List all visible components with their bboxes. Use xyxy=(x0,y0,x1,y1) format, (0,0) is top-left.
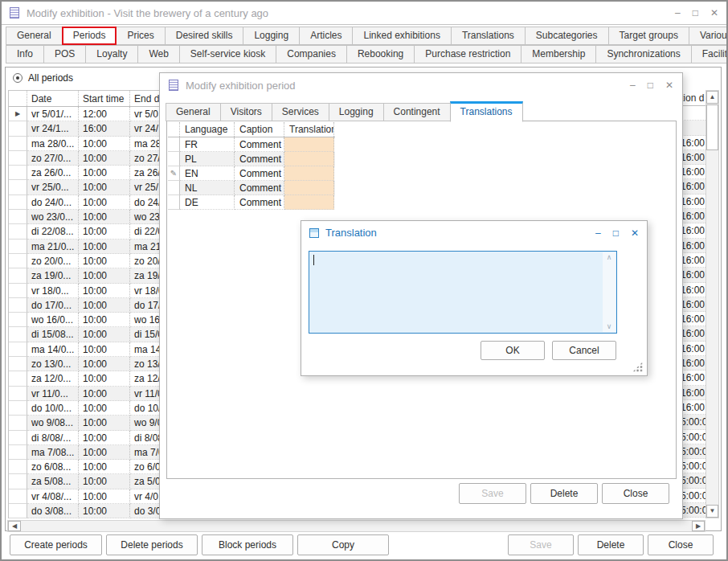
tab-item[interactable]: POS xyxy=(43,45,86,63)
cell-translation[interactable] xyxy=(284,152,334,166)
cell-translation[interactable] xyxy=(284,166,334,181)
grid-row[interactable]: NL Comment xyxy=(168,181,335,195)
all-periods-radio[interactable] xyxy=(13,73,22,83)
scrollbar-thumb[interactable] xyxy=(706,104,718,150)
table-row[interactable]: do 10/0... 10:00 do 10/ xyxy=(9,401,161,416)
maximize-button[interactable]: □ xyxy=(693,8,698,18)
column-header-date[interactable]: Date xyxy=(27,91,79,106)
tab-item[interactable]: Purchase restriction xyxy=(414,45,521,63)
tab-item[interactable]: Logging xyxy=(329,103,384,121)
textarea-scrollbar[interactable]: ∧ ∨ xyxy=(603,252,616,332)
table-row[interactable]: di 8/08/... 10:00 di 8/08 xyxy=(9,431,161,445)
table-row[interactable]: za 19/0... 10:00 za 19/ xyxy=(9,268,161,283)
tab-item[interactable]: Loyalty xyxy=(85,45,138,63)
tab-item[interactable]: Web xyxy=(137,45,179,63)
action-button[interactable]: Copy xyxy=(297,534,389,555)
grid-row[interactable]: PL Comment xyxy=(168,152,335,166)
tab-item[interactable]: General xyxy=(6,27,63,45)
minimize-button[interactable]: – xyxy=(675,8,681,18)
minimize-button[interactable]: – xyxy=(595,228,601,238)
tab-item[interactable]: Translations xyxy=(450,101,523,122)
horizontal-scrollbar[interactable]: ◀ ▶ xyxy=(7,520,706,532)
tab-item[interactable]: Logging xyxy=(243,27,300,45)
table-row[interactable]: wo 16/0... 10:00 wo 16 xyxy=(9,313,161,327)
tab-item[interactable]: Articles xyxy=(299,27,353,45)
vertical-scrollbar[interactable]: ▲ ▼ xyxy=(706,90,719,518)
table-row[interactable]: vr 24/1... 16:00 vr 24/ xyxy=(9,121,161,136)
column-header-end-date[interactable]: End date xyxy=(130,91,161,106)
table-row[interactable]: za 5/08... 10:00 za 5/0 xyxy=(9,474,161,489)
resize-grip-icon[interactable] xyxy=(632,362,643,372)
action-button[interactable]: Save xyxy=(508,534,574,555)
tab-item[interactable]: Synchronizations xyxy=(595,45,691,63)
tab-item[interactable]: Prices xyxy=(116,27,165,45)
maximize-button[interactable]: □ xyxy=(613,228,619,238)
table-row[interactable]: do 24/0... 10:00 do 24/ xyxy=(9,195,161,210)
scroll-up-button[interactable]: ∧ xyxy=(607,254,612,261)
table-row[interactable]: do 3/08... 10:00 do 3/0 xyxy=(9,504,161,518)
column-header-language[interactable]: Language xyxy=(180,122,235,137)
tab-item[interactable]: Linked exhibitions xyxy=(352,27,451,45)
cell-translation[interactable] xyxy=(284,181,334,195)
tab-item[interactable]: Companies xyxy=(276,45,347,63)
tab-item[interactable]: Info xyxy=(6,45,44,63)
cell-translation[interactable] xyxy=(284,137,334,152)
action-button[interactable]: Close xyxy=(602,483,669,504)
cell-translation[interactable] xyxy=(284,195,334,210)
scroll-up-button[interactable]: ▲ xyxy=(706,91,718,104)
table-row[interactable]: vr 11/0... 10:00 vr 11/0 xyxy=(9,387,161,401)
translation-textarea[interactable]: ∧ ∨ xyxy=(309,251,617,334)
table-row[interactable]: ma 21/0... 10:00 ma 21/ xyxy=(9,240,161,254)
action-button[interactable]: Block periods xyxy=(202,534,293,555)
tab-item[interactable]: Membership xyxy=(521,45,596,63)
action-button[interactable]: Create periods xyxy=(10,534,102,555)
tab-item[interactable]: Subcategories xyxy=(525,27,609,45)
column-header-translation[interactable]: Translation xyxy=(284,122,334,137)
scroll-down-button[interactable]: ∨ xyxy=(607,323,612,330)
tab-item[interactable]: Contingent xyxy=(383,103,451,121)
action-button[interactable]: Delete xyxy=(530,483,598,504)
action-button[interactable]: Delete xyxy=(578,534,644,555)
table-row[interactable]: ma 7/08... 10:00 ma 7/0 xyxy=(9,445,161,460)
tab-item[interactable]: Target groups xyxy=(608,27,689,45)
tab-item[interactable]: Self-service kiosk xyxy=(179,45,276,63)
grid-row[interactable]: ✎ EN Comment xyxy=(168,166,335,181)
scroll-left-button[interactable]: ◀ xyxy=(8,521,21,531)
tab-item[interactable]: Translations xyxy=(451,27,526,45)
tab-item[interactable]: Various xyxy=(689,27,728,45)
table-row[interactable]: vr 4/08/... 10:00 vr 4/0 xyxy=(9,489,161,504)
table-row[interactable]: vr 18/0... 10:00 vr 18/0 xyxy=(9,284,161,298)
table-row[interactable]: zo 6/08... 10:00 zo 6/0 xyxy=(9,460,161,474)
table-row[interactable]: za 26/0... 10:00 za 26/ xyxy=(9,166,161,180)
table-row[interactable]: za 12/0... 10:00 za 12/ xyxy=(9,371,161,386)
table-row[interactable]: wo 23/0... 10:00 wo 23 xyxy=(9,210,161,224)
table-row[interactable]: di 15/08... 10:00 di 15/0 xyxy=(9,327,161,342)
cancel-button[interactable]: Cancel xyxy=(552,341,616,360)
close-button[interactable]: ✕ xyxy=(665,80,673,90)
tab-item[interactable]: Facility bookings xyxy=(691,45,728,63)
table-row[interactable]: zo 20/0... 10:00 zo 20/ xyxy=(9,254,161,268)
table-row[interactable]: wo 9/08... 10:00 wo 9/0 xyxy=(9,416,161,430)
close-button[interactable]: ✕ xyxy=(710,8,718,18)
tab-item[interactable]: Rebooking xyxy=(346,45,415,63)
maximize-button[interactable]: □ xyxy=(648,80,653,90)
table-row[interactable]: ma 14/0... 10:00 ma 14 xyxy=(9,342,161,357)
table-row[interactable]: di 22/08... 10:00 di 22/0 xyxy=(9,224,161,239)
scroll-right-button[interactable]: ▶ xyxy=(692,521,705,531)
tab-item[interactable]: Visitors xyxy=(220,103,272,121)
grid-row[interactable]: FR Comment xyxy=(168,137,335,152)
tab-item[interactable]: Desired skills xyxy=(165,27,244,45)
tab-item[interactable]: Services xyxy=(272,103,329,121)
action-button[interactable]: Close xyxy=(648,534,714,555)
table-row[interactable]: vr 25/0... 10:00 vr 25/ xyxy=(9,180,161,195)
column-header-start-time[interactable]: Start time xyxy=(79,91,130,106)
action-button[interactable]: Save xyxy=(459,483,526,504)
table-row[interactable]: ma 28/0... 10:00 ma 28 xyxy=(9,137,161,151)
grid-row[interactable]: DE Comment xyxy=(168,195,335,210)
ok-button[interactable]: OK xyxy=(481,341,545,360)
tab-item[interactable]: Periods xyxy=(62,27,117,45)
table-row[interactable]: zo 27/0... 10:00 zo 27/ xyxy=(9,151,161,166)
table-row[interactable]: zo 13/0... 10:00 zo 13/ xyxy=(9,357,161,371)
action-button[interactable]: Delete periods xyxy=(106,534,198,555)
column-header-caption[interactable]: Caption xyxy=(235,122,284,137)
